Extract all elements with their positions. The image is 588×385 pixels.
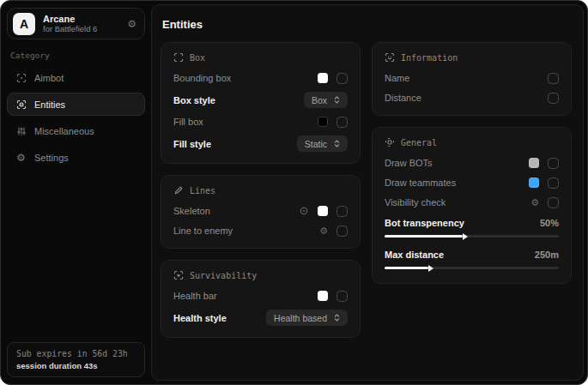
sidebar: A Arcane for Battlefield 6 ⚙ Category Ai… [1,1,151,384]
category-label: Category [10,51,142,60]
row-controls: Box [304,92,348,108]
sidebar-item-miscellaneous[interactable]: Miscellaneous [7,119,145,142]
card-general: GeneralDraw BOTsDraw teammatesVisibility… [372,127,572,284]
app-title-block: Arcane for Battlefield 6 [43,14,97,34]
row-controls [548,93,559,104]
slider-value: 250m [535,250,559,260]
row-max-distance: Max distance 250m [385,250,559,269]
slider-fill [385,267,428,269]
row-label: Health bar [173,291,217,301]
row-label: Visibility check [385,197,446,208]
color-swatch[interactable] [318,206,328,216]
card-title: Lines [190,186,215,196]
card-lines: LinesSkeletonLine to enemy⚙ [161,175,361,249]
row-name: Name [385,72,559,84]
main-panel: Entities BoxBounding boxBox styleBoxFill… [151,4,584,381]
crosshair-scan-icon [15,73,27,83]
color-swatch[interactable] [318,117,328,127]
row-controls: ⚙ [530,197,559,208]
sidebar-nav: AimbotEntitiesMiscellaneous⚙Settings [7,66,145,169]
row-bot-transpenency: Bot transpenency 50% [385,218,559,238]
fill-style-select[interactable]: Static [297,135,348,152]
select-value: Static [305,139,327,149]
line-to-enemy-checkbox[interactable] [336,226,348,237]
color-swatch[interactable] [529,158,539,168]
sidebar-item-entities[interactable]: Entities [7,93,145,116]
box-style-select[interactable]: Box [304,92,348,108]
draw-bots-checkbox[interactable] [548,158,559,169]
sub-expiry-text: Sub expires in 56d 23h [16,349,136,358]
slider-fill [385,235,463,238]
row-draw-bots: Draw BOTs [385,157,559,169]
row-controls: Static [297,135,348,152]
row-label: Line to enemy [173,226,233,236]
pencil-icon [173,185,184,196]
target-icon[interactable] [299,206,309,216]
row-health-bar: Health bar [173,290,348,302]
name-checkbox[interactable] [548,73,559,84]
bounding-box-checkbox[interactable] [336,73,348,84]
sidebar-item-aimbot[interactable]: Aimbot [7,66,145,89]
gear-icon[interactable]: ⚙ [319,226,328,236]
gear-icon[interactable]: ⚙ [530,198,539,208]
sidebar-item-label: Settings [34,153,69,163]
face-scan-icon [385,52,395,63]
page-title: Entities [162,18,572,31]
sidebar-item-label: Miscellaneous [34,126,94,136]
chevrons-up-down-icon [332,139,342,148]
select-value: Health based [274,313,327,323]
right-column: InformationNameDistanceGeneralDraw BOTsD… [372,42,572,284]
bot-transpenency-slider[interactable] [385,235,559,238]
subscription-card: Sub expires in 56d 23h session duration … [7,342,145,377]
row-label: Draw BOTs [385,158,433,168]
row-fill-style: Fill styleStatic [173,135,348,152]
card-title: Survivability [190,271,257,280]
app-logo-card: A Arcane for Battlefield 6 ⚙ [7,8,145,39]
row-skeleton: Skeleton [173,205,348,217]
card-survivability: SurvivabilityHealth barHealth styleHealt… [161,260,361,338]
color-swatch[interactable] [318,73,328,83]
slider-label-row: Bot transpenency 50% [385,218,559,228]
row-label: Distance [385,93,421,103]
row-controls: Health based [266,310,348,326]
select-value: Box [312,95,327,105]
sidebar-item-label: Aimbot [34,73,64,83]
distance-checkbox[interactable] [548,93,559,104]
fill-box-checkbox[interactable] [336,117,348,128]
color-swatch[interactable] [318,291,328,301]
health-bar-checkbox[interactable] [336,291,348,302]
skeleton-checkbox[interactable] [336,206,348,217]
row-label: Name [385,73,409,83]
row-controls [548,73,559,84]
focus-grid-icon [385,137,395,147]
draw-teammates-checkbox[interactable] [548,177,559,189]
row-label: Max distance [385,250,444,260]
row-draw-teammates: Draw teammates [385,177,559,189]
color-swatch[interactable] [529,177,539,188]
account-gear-icon[interactable]: ⚙ [127,19,136,29]
row-label: Fill style [173,139,211,149]
max-distance-slider[interactable] [385,267,559,269]
row-controls [318,73,348,84]
card-rows: Draw BOTsDraw teammatesVisibility check⚙… [385,157,559,272]
slider-value: 50% [540,218,559,228]
card-header: Box [173,52,348,63]
row-health-style: Health styleHealth based [173,310,348,326]
row-box-style: Box styleBox [173,92,348,108]
app-logo: A [13,13,35,35]
row-label: Fill box [173,117,203,127]
card-header: Information [385,52,559,63]
cards-grid: BoxBounding boxBox styleBoxFill boxFill … [161,42,572,338]
chevrons-up-down-icon [332,313,342,322]
sidebar-item-label: Entities [34,99,65,110]
row-label: Bounding box [173,73,231,83]
row-label: Bot transpenency [385,218,464,228]
row-visibility-check: Visibility check⚙ [385,196,559,208]
visibility-check-checkbox[interactable] [548,197,559,208]
sidebar-item-settings[interactable]: ⚙Settings [7,146,145,169]
health-style-select[interactable]: Health based [266,310,348,326]
card-title: Box [190,53,205,63]
card-header: General [385,137,559,147]
eye-scan-icon [15,99,27,110]
row-bounding-box: Bounding box [173,72,348,84]
